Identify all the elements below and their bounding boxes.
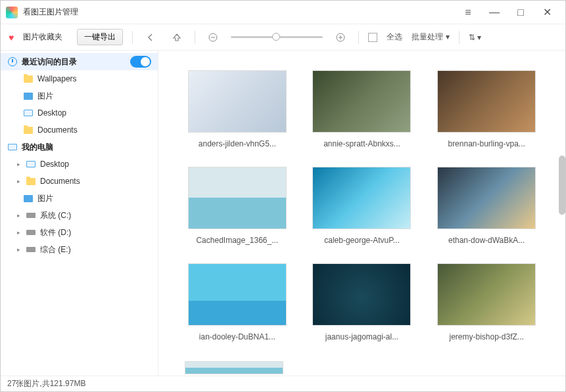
partial-row [158,361,565,376]
recent-toggle[interactable] [130,56,151,68]
sidebar-header-label: 最近访问的目录 [22,56,77,68]
thumbnail-item[interactable]: ethan-dow-dWaBkA... [434,167,539,245]
expand-icon[interactable]: ▸ [15,212,22,219]
thumbnail-image [185,361,283,374]
thumbnail-item[interactable]: caleb-george-AtvuP... [310,167,415,245]
sidebar-item-desktop[interactable]: ▸Desktop [1,156,158,173]
maximize-button[interactable]: □ [507,1,534,24]
thumbnail-grid: anders-jilden-vhnG5... annie-spratt-Abnk… [158,51,565,361]
sidebar-item-pictures[interactable]: 图片 [1,190,158,207]
content-area: anders-jilden-vhnG5... annie-spratt-Abnk… [158,51,565,376]
thumbnail-label: anders-jilden-vhnG5... [199,139,276,148]
zoom-slider-thumb[interactable] [272,33,280,41]
thumbnail-label: caleb-george-AtvuP... [324,236,400,245]
sidebar-item-pictures[interactable]: 图片 [1,87,158,104]
thumbnail-item[interactable]: jeremy-bishop-d3fZ... [434,263,539,341]
folder-icon [24,127,33,134]
expand-icon[interactable]: ▸ [15,246,22,253]
main: 最近访问的目录 Wallpapers 图片 Desktop Documents … [1,51,565,376]
folder-icon [24,76,33,83]
monitor-icon [24,110,33,116]
back-button[interactable] [142,29,159,46]
sidebar-item-label: 软件 (D:) [40,227,71,238]
up-button[interactable] [168,29,185,46]
close-button[interactable]: ✕ [534,1,560,24]
thumbnail-image [437,263,536,326]
expand-icon[interactable]: ▸ [15,178,22,185]
sidebar-item-desktop[interactable]: Desktop [1,104,158,121]
sidebar-section-recent[interactable]: 最近访问的目录 [1,53,158,70]
heart-icon: ♥ [9,32,14,43]
thumbnail-item[interactable]: anders-jilden-vhnG5... [185,70,290,148]
thumbnail-label: jaanus-jagomagi-al... [325,332,398,341]
drive-icon [26,230,35,235]
thumbnail-image [312,167,411,229]
thumbnail-image [437,167,536,229]
sidebar-item-drive-d[interactable]: ▸软件 (D:) [1,224,158,241]
sidebar-item-label: 图片 [37,91,53,102]
sidebar-item-label: 系统 (C:) [40,210,71,221]
separator [195,31,195,44]
window-title: 看图王图片管理 [23,7,455,18]
sidebar-item-documents[interactable]: ▸Documents [1,173,158,190]
export-button[interactable]: 一键导出 [77,29,123,45]
app-logo-icon [6,7,18,18]
picture-icon [24,195,33,202]
expand-icon[interactable]: ▸ [15,229,22,236]
menu-button[interactable]: ≡ [455,1,481,24]
expand-icon[interactable]: ▸ [15,161,22,167]
chevron-down-icon: ▾ [477,33,481,42]
thumbnail-label: ian-dooley-DuBNA1... [199,332,275,341]
sidebar-item-label: 综合 (E:) [40,244,71,255]
thumbnail-item[interactable]: annie-spratt-Abnkxs... [310,70,415,148]
computer-icon [8,144,17,150]
thumbnail-label: ethan-dow-dWaBkA... [448,236,525,245]
picture-icon [24,93,33,100]
zoom-out-button[interactable] [204,29,222,46]
sidebar-item-wallpapers[interactable]: Wallpapers [1,70,158,87]
thumbnail-image [437,70,536,133]
thumbnail-item[interactable]: CachedImage_1366_... [185,167,290,245]
separator [132,31,133,44]
sidebar-item-drive-c[interactable]: ▸系统 (C:) [1,207,158,224]
sidebar-section-computer[interactable]: 我的电脑 [1,139,158,156]
thumbnail-image [188,167,287,229]
drive-icon [26,247,35,252]
sidebar-item-label: Desktop [37,108,66,118]
separator [358,31,359,44]
sidebar-item-label: Documents [37,125,78,135]
thumbnail-image [188,70,287,133]
thumbnail-label: CachedImage_1366_... [196,236,278,245]
select-all-label[interactable]: 全选 [387,32,402,43]
separator [459,31,460,44]
batch-dropdown[interactable]: 批量处理 ▾ [412,32,449,43]
sidebar: 最近访问的目录 Wallpapers 图片 Desktop Documents … [1,51,158,376]
status-text: 27张图片,共121.97MB [7,378,85,389]
zoom-in-button[interactable] [332,29,349,46]
sidebar-item-label: Wallpapers [37,74,77,83]
sidebar-item-label: 图片 [37,193,53,204]
zoom-slider[interactable] [231,36,323,38]
favorites-label[interactable]: 图片收藏夹 [23,32,62,43]
thumbnail-image [312,263,411,326]
minimize-button[interactable]: — [481,1,507,24]
sidebar-item-drive-e[interactable]: ▸综合 (E:) [1,241,158,258]
chevron-down-icon: ▾ [446,32,450,41]
sidebar-item-label: Documents [40,177,80,186]
sidebar-item-documents[interactable]: Documents [1,121,158,139]
titlebar: 看图王图片管理 ≡ — □ ✕ [1,1,565,24]
select-all-checkbox[interactable] [368,33,377,42]
thumbnail-item[interactable]: jaanus-jagomagi-al... [310,263,415,341]
thumbnail-image [312,70,411,133]
statusbar: 27张图片,共121.97MB [1,376,565,391]
thumbnail-label: brennan-burling-vpa... [448,139,525,148]
thumbnail-item[interactable]: brennan-burling-vpa... [434,70,539,148]
folder-icon [26,178,35,185]
thumbnail-item[interactable]: ian-dooley-DuBNA1... [185,263,290,341]
thumbnail-item[interactable] [185,361,283,374]
thumbnail-label: annie-spratt-Abnkxs... [323,139,400,148]
drive-icon [26,213,35,218]
scrollbar-thumb[interactable] [559,156,565,215]
sort-dropdown[interactable]: ⇅ ▾ [469,33,481,42]
toolbar: ♥ 图片收藏夹 一键导出 全选 批量处理 ▾ ⇅ ▾ [1,24,565,51]
